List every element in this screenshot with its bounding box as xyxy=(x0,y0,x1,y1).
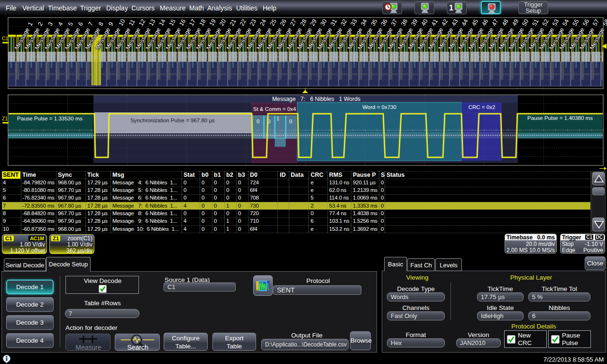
svg-text:C1: C1 xyxy=(2,36,9,41)
svg-text:Z1: Z1 xyxy=(2,116,8,121)
svg-text:Word = 0x730: Word = 0x730 xyxy=(362,104,396,110)
svg-text:Pause Pulse = 1.40380 ms: Pause Pulse = 1.40380 ms xyxy=(527,115,593,121)
svg-text:St & Comm = 0x4: St & Comm = 0x4 xyxy=(253,106,296,112)
svg-text:CRC = 0x2: CRC = 0x2 xyxy=(469,104,496,110)
svg-text:Synchronization Pulse = 967.80: Synchronization Pulse = 967.80 µs xyxy=(130,118,215,123)
svg-text:Pause Pulse = 1.33530 ms: Pause Pulse = 1.33530 ms xyxy=(17,116,83,121)
svg-text:1: 1 xyxy=(276,116,279,121)
svg-text:Message 7: 6 Nibbles 1 W: Message 7: 6 Nibbles 1 Words xyxy=(272,96,360,102)
